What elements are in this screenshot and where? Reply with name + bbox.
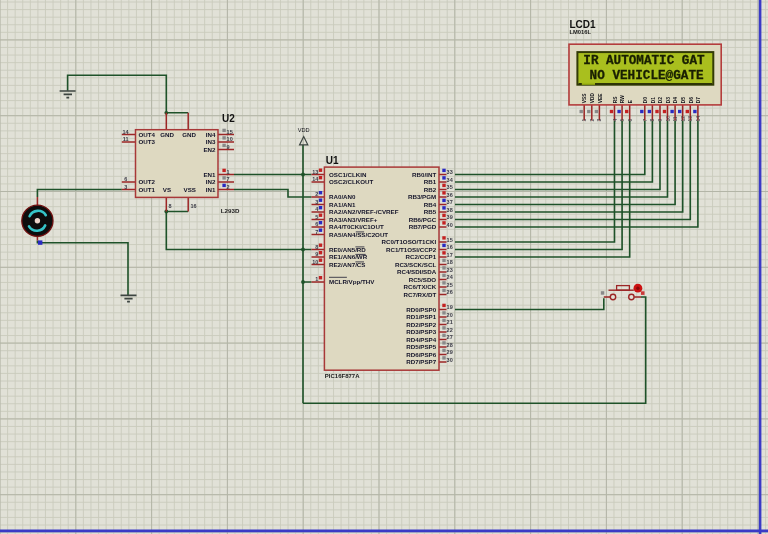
svg-text:VEE: VEE bbox=[598, 93, 603, 104]
svg-text:11: 11 bbox=[672, 116, 678, 121]
svg-text:13: 13 bbox=[687, 116, 693, 122]
svg-text:1: 1 bbox=[227, 169, 230, 175]
svg-text:RE0/AN5/RD: RE0/AN5/RD bbox=[329, 246, 366, 253]
svg-text:RB0/INT: RB0/INT bbox=[412, 171, 436, 178]
svg-text:IN1: IN1 bbox=[206, 186, 216, 193]
svg-text:25: 25 bbox=[447, 282, 453, 288]
svg-text:24: 24 bbox=[447, 274, 454, 280]
svg-text:6: 6 bbox=[315, 221, 318, 227]
svg-text:1: 1 bbox=[315, 276, 318, 282]
svg-text:RC6/TX/CK: RC6/TX/CK bbox=[404, 283, 437, 290]
svg-text:26: 26 bbox=[447, 289, 453, 295]
svg-text:5: 5 bbox=[315, 214, 318, 220]
svg-text:RC5/SDO: RC5/SDO bbox=[409, 276, 437, 283]
svg-text:10: 10 bbox=[227, 136, 233, 142]
svg-text:23: 23 bbox=[447, 267, 453, 273]
svg-text:VDD: VDD bbox=[590, 93, 595, 104]
svg-text:10: 10 bbox=[312, 259, 318, 265]
svg-text:7: 7 bbox=[315, 229, 318, 235]
svg-text:OUT3: OUT3 bbox=[139, 138, 156, 145]
svg-text:D3: D3 bbox=[666, 97, 671, 104]
svg-text:11: 11 bbox=[123, 136, 129, 142]
svg-text:L293D: L293D bbox=[221, 207, 240, 214]
svg-text:38: 38 bbox=[447, 207, 453, 213]
svg-text:RD4/PSP4: RD4/PSP4 bbox=[406, 336, 436, 343]
svg-text:LCD1: LCD1 bbox=[570, 19, 597, 30]
svg-text:VSS: VSS bbox=[184, 186, 196, 193]
svg-text:RW: RW bbox=[620, 95, 625, 103]
svg-text:7: 7 bbox=[642, 119, 648, 122]
svg-text:GND: GND bbox=[182, 131, 196, 138]
svg-text:NO VEHICLE@GATE: NO VEHICLE@GATE bbox=[590, 69, 704, 83]
svg-text:D5: D5 bbox=[681, 97, 686, 104]
svg-text:EN2: EN2 bbox=[203, 146, 216, 153]
svg-text:RC7/RX/DT: RC7/RX/DT bbox=[404, 291, 437, 298]
svg-text:RD5/PSP5: RD5/PSP5 bbox=[406, 343, 436, 350]
svg-text:RA2/AN2/VREF-/CVREF: RA2/AN2/VREF-/CVREF bbox=[329, 208, 399, 215]
svg-text:15: 15 bbox=[227, 129, 233, 135]
svg-text:20: 20 bbox=[447, 312, 453, 318]
svg-text:16: 16 bbox=[190, 203, 196, 209]
svg-text:RB2: RB2 bbox=[424, 186, 437, 193]
svg-text:RB6/PGC: RB6/PGC bbox=[409, 216, 437, 223]
svg-text:RB1: RB1 bbox=[424, 178, 437, 185]
svg-text:PIC16F877A: PIC16F877A bbox=[325, 373, 360, 379]
svg-text:9: 9 bbox=[227, 144, 230, 150]
svg-text:21: 21 bbox=[447, 319, 453, 325]
svg-text:U2: U2 bbox=[222, 113, 235, 124]
svg-text:4: 4 bbox=[612, 119, 618, 122]
svg-text:33: 33 bbox=[447, 169, 453, 175]
svg-text:RC1/T1OSI/CCP2: RC1/T1OSI/CCP2 bbox=[386, 246, 437, 253]
svg-text:RA5/AN4/SS/C2OUT: RA5/AN4/SS/C2OUT bbox=[329, 231, 388, 238]
svg-text:RB7/PGD: RB7/PGD bbox=[409, 223, 437, 230]
svg-text:RB4: RB4 bbox=[424, 201, 437, 208]
svg-text:RA3/AN3/VREF+: RA3/AN3/VREF+ bbox=[329, 216, 378, 223]
svg-text:27: 27 bbox=[447, 334, 453, 340]
svg-text:VSS: VSS bbox=[582, 93, 587, 104]
svg-text:30: 30 bbox=[447, 357, 453, 363]
svg-text:18: 18 bbox=[447, 259, 453, 265]
svg-text:GND: GND bbox=[160, 131, 174, 138]
svg-text:14: 14 bbox=[695, 116, 701, 122]
svg-text:VS: VS bbox=[163, 186, 171, 193]
svg-text:IN3: IN3 bbox=[206, 138, 216, 145]
svg-text:IN2: IN2 bbox=[206, 178, 216, 185]
svg-text:EN1: EN1 bbox=[203, 171, 216, 178]
svg-text:IR AUTOMATIC GAT: IR AUTOMATIC GAT bbox=[583, 54, 705, 68]
svg-text:D0: D0 bbox=[643, 97, 648, 104]
svg-text:28: 28 bbox=[447, 342, 453, 348]
svg-text:2: 2 bbox=[315, 191, 318, 197]
svg-text:D7: D7 bbox=[696, 97, 701, 104]
svg-text:RC2/CCP1: RC2/CCP1 bbox=[406, 253, 437, 260]
svg-text:RA4/T0CKI/C1OUT: RA4/T0CKI/C1OUT bbox=[329, 223, 384, 230]
svg-text:3: 3 bbox=[124, 184, 127, 190]
svg-text:6: 6 bbox=[627, 119, 633, 122]
svg-text:MCLR/Vpp/THV: MCLR/Vpp/THV bbox=[329, 278, 375, 285]
svg-text:13: 13 bbox=[312, 169, 318, 175]
svg-text:35: 35 bbox=[447, 184, 453, 190]
svg-text:RC4/SDI/SDA: RC4/SDI/SDA bbox=[397, 268, 437, 275]
svg-text:39: 39 bbox=[447, 214, 453, 220]
svg-text:RD6/PSP6: RD6/PSP6 bbox=[406, 351, 436, 358]
svg-text:OUT2: OUT2 bbox=[139, 178, 156, 185]
svg-text:2: 2 bbox=[227, 184, 230, 190]
svg-text:6: 6 bbox=[124, 176, 127, 182]
svg-text:RA0/AN0: RA0/AN0 bbox=[329, 193, 356, 200]
svg-text:RA1/AN1: RA1/AN1 bbox=[329, 201, 356, 208]
svg-text:OUT4: OUT4 bbox=[139, 131, 156, 138]
svg-text:RC3/SCK/SCL: RC3/SCK/SCL bbox=[395, 261, 436, 268]
svg-text:22: 22 bbox=[447, 327, 453, 333]
svg-text:LM016L: LM016L bbox=[570, 29, 592, 35]
svg-text:9: 9 bbox=[315, 251, 318, 257]
svg-text:5: 5 bbox=[619, 119, 625, 122]
svg-text:2: 2 bbox=[589, 119, 595, 122]
svg-text:19: 19 bbox=[447, 304, 453, 310]
svg-text:D4: D4 bbox=[673, 97, 678, 104]
svg-text:U1: U1 bbox=[326, 155, 339, 166]
svg-text:14: 14 bbox=[312, 176, 319, 182]
svg-text:36: 36 bbox=[447, 192, 453, 198]
svg-text:RD3/PSP3: RD3/PSP3 bbox=[406, 328, 436, 335]
svg-text:29: 29 bbox=[447, 349, 453, 355]
svg-text:RE2/AN7/CS: RE2/AN7/CS bbox=[329, 261, 365, 268]
svg-text:RD0/PSP0: RD0/PSP0 bbox=[406, 306, 436, 313]
